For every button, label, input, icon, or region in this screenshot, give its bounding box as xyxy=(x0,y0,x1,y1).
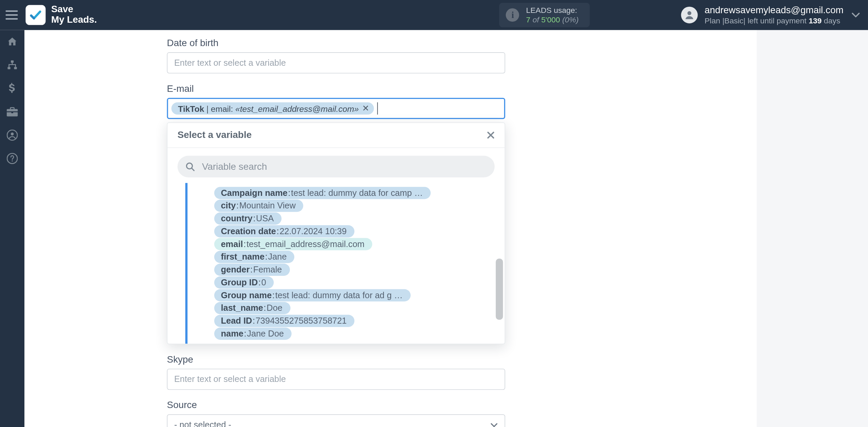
sidebar-item-briefcase[interactable] xyxy=(0,100,24,123)
account-email: andrewsavemyleads@gmail.com xyxy=(705,4,844,16)
svg-point-5 xyxy=(11,133,14,136)
variable-option[interactable]: Group ID: 0 xyxy=(214,277,496,289)
variable-colon: : xyxy=(288,188,291,198)
variable-name: Lead ID xyxy=(221,316,252,326)
info-icon: i xyxy=(506,8,519,22)
usage-pct: (0%) xyxy=(562,15,579,24)
variable-value: USA xyxy=(256,214,274,224)
variable-option[interactable]: name: Jane Doe xyxy=(214,328,496,340)
variable-value: Female xyxy=(253,265,282,275)
menu-toggle-button[interactable] xyxy=(3,7,20,23)
chip-value: «test_email_address@mail.com» xyxy=(235,104,359,113)
variable-pill[interactable]: first_name: Jane xyxy=(214,251,295,263)
svg-rect-3 xyxy=(14,67,17,69)
variable-option[interactable]: email: test_email_address@mail.com xyxy=(214,238,496,250)
variable-colon: : xyxy=(253,316,255,326)
variable-pill[interactable]: Creation date: 22.07.2024 10:39 xyxy=(214,225,355,238)
svg-rect-2 xyxy=(7,67,10,69)
variable-option[interactable]: gender: Female xyxy=(214,264,496,276)
dob-input[interactable] xyxy=(167,52,505,73)
variable-pill[interactable]: Group name: test lead: dummy data for ad… xyxy=(214,289,411,301)
variable-pill[interactable]: gender: Female xyxy=(214,264,290,276)
variable-value: 22.07.2024 10:39 xyxy=(279,226,347,237)
variable-option[interactable]: country: USA xyxy=(214,212,496,225)
variable-name: gender xyxy=(221,265,250,275)
variable-option[interactable]: Campaign name: test lead: dummy data for… xyxy=(214,187,496,199)
source-label: Source xyxy=(167,400,673,411)
skype-input[interactable] xyxy=(167,369,505,390)
variable-list[interactable]: Campaign name: test lead: dummy data for… xyxy=(185,183,505,344)
variable-option[interactable]: Lead ID: 7394355275853758721 xyxy=(214,315,496,327)
variable-pill[interactable]: city: Mountain View xyxy=(214,200,303,212)
skype-label: Skype xyxy=(167,354,673,365)
variable-dropdown: Select a variable xyxy=(167,122,505,344)
avatar xyxy=(681,7,698,23)
variable-value: Mountain View xyxy=(239,201,296,211)
plan-mid: | left until payment xyxy=(744,16,809,25)
scrollbar-thumb[interactable] xyxy=(496,259,503,320)
variable-name: first_name xyxy=(221,252,264,262)
usage-label: LEADS usage: xyxy=(526,6,578,15)
email-input[interactable]: TikTok | email: «test_email_address@mail… xyxy=(167,98,505,119)
variable-value: test lead: dummy data for ad g … xyxy=(275,290,403,301)
variable-search-input[interactable] xyxy=(177,156,494,177)
variable-pill[interactable]: Campaign name: test lead: dummy data for… xyxy=(214,187,431,199)
variable-option[interactable]: first_name: Jane xyxy=(214,251,496,263)
variable-pill[interactable]: email: test_email_address@mail.com xyxy=(214,238,372,250)
variable-colon: : xyxy=(236,201,239,211)
variable-option[interactable]: last_name: Doe xyxy=(214,302,496,314)
variable-name: Creation date xyxy=(221,226,276,237)
plan-prefix: Plan | xyxy=(705,16,724,25)
variable-colon: : xyxy=(258,278,261,288)
variable-pill[interactable]: name: Jane Doe xyxy=(214,328,292,340)
variable-value: Jane xyxy=(268,252,287,262)
plan-name: Basic xyxy=(724,16,743,25)
brand-line2: My Leads. xyxy=(51,15,97,25)
variable-pill[interactable]: country: USA xyxy=(214,212,282,225)
variable-option[interactable]: city: Mountain View xyxy=(214,200,496,212)
sidebar-item-connections[interactable] xyxy=(0,54,24,77)
usage-panel[interactable]: i LEADS usage: 7 of 5'000 (0%) xyxy=(499,3,590,27)
brand-logo xyxy=(25,5,45,25)
chip-remove-icon[interactable]: ✕ xyxy=(362,103,369,114)
main-content: Date of birth E-mail TikTok | email: «te… xyxy=(24,30,757,427)
variable-name: city xyxy=(221,201,236,211)
form-column: Date of birth E-mail TikTok | email: «te… xyxy=(167,30,673,427)
variable-option[interactable]: Creation date: 22.07.2024 10:39 xyxy=(214,225,496,238)
email-label: E-mail xyxy=(167,83,673,95)
usage-of: of xyxy=(533,15,539,24)
variable-pill[interactable]: Group ID: 0 xyxy=(214,277,274,289)
source-select[interactable]: - not selected - xyxy=(167,414,505,427)
variable-name: last_name xyxy=(221,303,263,313)
variable-colon: : xyxy=(244,329,246,339)
chip-sep: | xyxy=(206,104,209,113)
svg-point-7 xyxy=(12,160,13,161)
variable-value: test lead: dummy data for camp … xyxy=(291,188,423,198)
account-expand-button[interactable] xyxy=(851,0,860,30)
account-plan: Plan |Basic| left until payment 139 days xyxy=(705,16,844,26)
usage-used: 7 xyxy=(526,15,530,24)
variable-colon: : xyxy=(272,290,275,301)
variable-pill[interactable]: last_name: Doe xyxy=(214,302,290,314)
email-variable-chip[interactable]: TikTok | email: «test_email_address@mail… xyxy=(171,102,374,115)
sidebar xyxy=(0,30,24,427)
variable-pill[interactable]: Lead ID: 7394355275853758721 xyxy=(214,315,355,327)
account-block[interactable]: andrewsavemyleads@gmail.com Plan |Basic|… xyxy=(681,0,844,30)
variable-colon: : xyxy=(250,265,253,275)
variable-colon: : xyxy=(253,214,255,224)
sidebar-item-billing[interactable] xyxy=(0,77,24,100)
sidebar-item-help[interactable] xyxy=(0,147,24,170)
dropdown-close-button[interactable] xyxy=(487,131,495,139)
variable-value: Doe xyxy=(267,303,282,313)
dob-label: Date of birth xyxy=(167,38,673,49)
topbar: Save My Leads. i LEADS usage: 7 of 5'000… xyxy=(0,0,868,30)
usage-text: LEADS usage: 7 of 5'000 (0%) xyxy=(526,6,578,24)
shell: Date of birth E-mail TikTok | email: «te… xyxy=(0,30,868,427)
sidebar-item-profile[interactable] xyxy=(0,123,24,147)
sidebar-item-home[interactable] xyxy=(0,30,24,54)
variable-colon: : xyxy=(277,226,279,237)
variable-option[interactable]: Group name: test lead: dummy data for ad… xyxy=(214,289,496,301)
variable-colon: : xyxy=(265,252,268,262)
chevron-down-icon xyxy=(490,422,498,427)
svg-point-0 xyxy=(688,11,691,15)
